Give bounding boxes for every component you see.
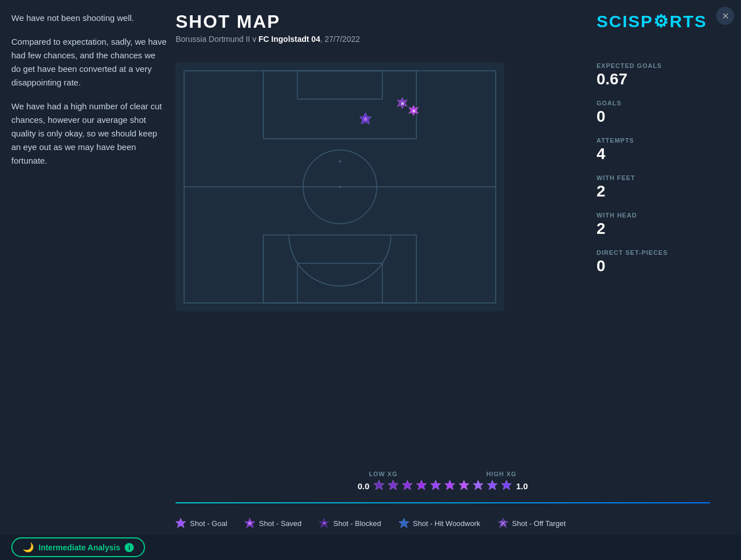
shot-map-subtitle: Borussia Dortmund II v FC Ingolstadt 04,… [176, 35, 360, 44]
xg-dot-4 [429, 480, 442, 492]
field-svg: ✕ ✕ [176, 62, 504, 311]
low-xg-label: LOW XG [369, 471, 398, 477]
scisports-logo: SCISP⚙RTS [597, 11, 707, 31]
legend-woodwork-label: Shot - Hit Woodwork [413, 519, 480, 528]
xg-dot-3 [415, 480, 428, 492]
xg-section: LOW XG HIGH XG 0.0 1.0 [176, 471, 710, 492]
blocked-icon: ✕ [318, 518, 330, 529]
svg-marker-26 [176, 518, 186, 528]
high-xg-value: 1.0 [516, 481, 528, 491]
svg-marker-25 [501, 480, 512, 490]
xg-dot-6 [458, 480, 470, 492]
svg-marker-22 [459, 480, 469, 490]
logo-text: SCISP⚙RTS [597, 12, 707, 31]
expected-goals-stat: EXPECTED GOALS 0.67 [597, 62, 710, 88]
xg-dot-0 [373, 480, 385, 492]
direct-set-pieces-stat: DIRECT SET-PIECES 0 [597, 249, 710, 275]
team2-name: FC Ingolstadt 04 [258, 35, 320, 44]
xg-dot-2 [401, 480, 414, 492]
analysis-panel: We have not been shooting well. Compared… [11, 11, 167, 178]
with-feet-label: WITH FEET [597, 174, 710, 181]
off-target-icon [497, 518, 509, 529]
svg-text:✕: ✕ [322, 521, 326, 526]
xg-low-group: LOW XG [369, 471, 398, 477]
legend-item-woodwork: Shot - Hit Woodwork [398, 518, 480, 529]
legend-item-blocked: ✕ Shot - Blocked [318, 518, 381, 529]
analysis-paragraph-2: Compared to expectation, sadly, we have … [11, 35, 167, 89]
info-icon: i [125, 543, 134, 552]
legend-blocked-label: Shot - Blocked [333, 519, 381, 528]
with-feet-stat: WITH FEET 2 [597, 174, 710, 200]
xg-dot-1 [387, 480, 399, 492]
stats-panel: EXPECTED GOALS 0.67 GOALS 0 ATTEMPTS 4 W… [597, 62, 710, 287]
with-head-stat: WITH HEAD 2 [597, 212, 710, 238]
shot-map-title: SHOT MAP [176, 11, 360, 32]
svg-point-28 [248, 521, 252, 525]
close-button[interactable]: ✕ [716, 7, 734, 25]
xg-high-group: HIGH XG [486, 471, 516, 477]
goal-icon [175, 518, 186, 529]
svg-marker-31 [399, 518, 409, 528]
xg-dot-7 [472, 480, 484, 492]
intermediate-analysis-button[interactable]: 🌙 Intermediate Analysis i [11, 537, 145, 557]
direct-set-pieces-value: 0 [597, 257, 710, 275]
legend-saved-label: Shot - Saved [259, 519, 301, 528]
goals-stat: GOALS 0 [597, 100, 710, 126]
goals-label: GOALS [597, 100, 710, 106]
attempts-stat: ATTEMPTS 4 [597, 137, 710, 163]
svg-marker-18 [402, 480, 412, 490]
with-feet-value: 2 [597, 182, 710, 200]
xg-dots-row [373, 480, 513, 492]
saved-icon [244, 518, 255, 529]
xg-dot-8 [486, 480, 499, 492]
legend-goal-label: Shot - Goal [190, 519, 227, 528]
expected-goals-value: 0.67 [597, 70, 710, 88]
intermediate-analysis-label: Intermediate Analysis [39, 543, 120, 552]
low-xg-value: 0.0 [357, 481, 369, 491]
attempts-label: ATTEMPTS [597, 137, 710, 144]
moon-icon: 🌙 [23, 542, 34, 553]
shot-map-field: ✕ ✕ [176, 62, 504, 311]
xg-dot-5 [444, 480, 456, 492]
goals-value: 0 [597, 108, 710, 126]
woodwork-icon [398, 518, 410, 529]
legend-item-goal: Shot - Goal [175, 518, 227, 529]
svg-marker-19 [416, 480, 427, 490]
xg-dot-9 [500, 480, 513, 492]
expected-goals-label: EXPECTED GOALS [597, 62, 710, 69]
analysis-paragraph-1: We have not been shooting well. [11, 11, 167, 25]
direct-set-pieces-label: DIRECT SET-PIECES [597, 249, 710, 256]
shot-map-header: SHOT MAP Borussia Dortmund II v FC Ingol… [176, 11, 360, 44]
legend-off-target-label: Shot - Off Target [512, 519, 566, 528]
svg-text:✕: ✕ [401, 101, 404, 106]
svg-marker-20 [431, 480, 441, 490]
with-head-value: 2 [597, 220, 710, 238]
legend-item-off-target: Shot - Off Target [497, 518, 566, 529]
svg-marker-16 [374, 480, 384, 490]
attempts-value: 4 [597, 145, 710, 163]
with-head-label: WITH HEAD [597, 212, 710, 219]
svg-point-15 [339, 160, 341, 163]
legend-item-saved: Shot - Saved [244, 518, 301, 529]
svg-marker-23 [473, 480, 483, 490]
bottom-bar: 🌙 Intermediate Analysis i [0, 535, 741, 560]
svg-text:✕: ✕ [412, 109, 416, 114]
svg-marker-21 [445, 480, 455, 490]
legend-row: Shot - Goal Shot - Saved ✕ Shot - Blocke… [0, 518, 741, 529]
svg-marker-17 [388, 480, 398, 490]
section-divider [176, 502, 710, 503]
analysis-paragraph-3: We have had a high number of clear cut c… [11, 100, 167, 168]
high-xg-label: HIGH XG [486, 471, 516, 477]
svg-marker-24 [487, 480, 497, 490]
team1-name: Borussia Dortmund II [176, 35, 250, 44]
